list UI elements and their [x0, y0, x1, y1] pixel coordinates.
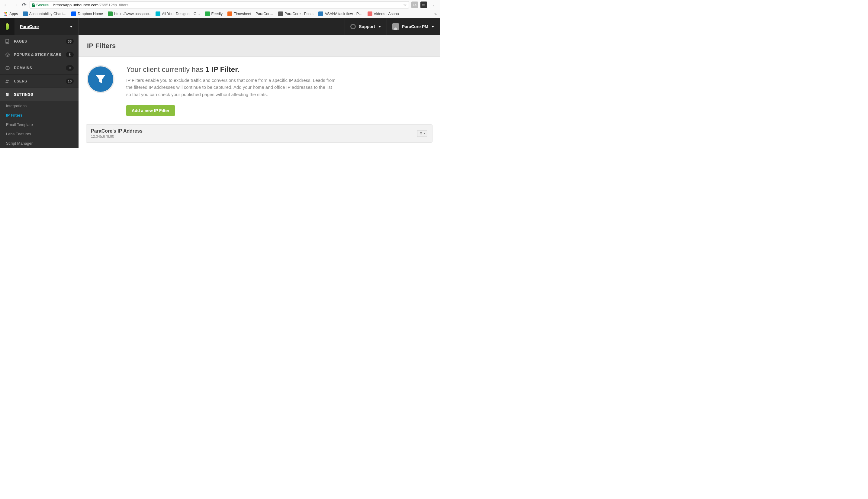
bookmark-favicon [228, 11, 232, 16]
svg-point-14 [7, 80, 8, 81]
bookmark-item[interactable]: Timesheet – ParaCor… [228, 11, 273, 16]
page-title: IP Filters [87, 42, 431, 50]
bookmark-item[interactable]: ASANA task flow - P… [318, 11, 363, 16]
ip-filter-name: ParaCore's IP Address [91, 129, 143, 134]
sidebar-item-label: POPUPS & STICKY BARS [14, 52, 61, 57]
star-icon[interactable]: ☆ [403, 3, 407, 7]
sidebar-sub-email-template[interactable]: Email Template [0, 120, 78, 129]
ip-filter-row: ParaCore's IP Address 12.345.678.90 ⚙ [86, 124, 432, 143]
bookmarks-overflow[interactable]: » [434, 11, 437, 16]
app-topbar: ParaCore Support ParaCore PM [0, 18, 440, 35]
bookmark-item[interactable]: Apps [3, 11, 18, 16]
bookmark-item[interactable]: Videos · Asana [368, 11, 399, 16]
sidebar-item-count: 5 [66, 52, 74, 57]
bookmark-favicon [71, 11, 76, 16]
address-bar[interactable]: Secure | https://app.unbounce.com/769512… [29, 1, 409, 9]
support-label: Support [359, 24, 375, 29]
bookmark-favicon [108, 11, 113, 16]
bookmark-item[interactable]: Feedly [205, 11, 223, 16]
bookmark-favicon [278, 11, 283, 16]
sidebar-item-label: PAGES [14, 39, 27, 44]
pages-icon [5, 39, 10, 44]
svg-point-17 [7, 95, 8, 96]
sidebar-item-label: USERS [14, 79, 27, 83]
bookmark-favicon [205, 11, 210, 16]
add-ip-filter-button[interactable]: Add a new IP Filter [126, 105, 175, 116]
bookmark-label: All Your Designs – C… [162, 12, 200, 16]
bookmark-label: Videos · Asana [374, 12, 399, 16]
sidebar-sub-ip-filters[interactable]: IP Filters [0, 111, 78, 120]
bookmark-label: ASANA task flow - P… [325, 12, 363, 16]
avatar-icon [392, 23, 399, 30]
bookmark-item[interactable]: Dropbox Home [71, 11, 103, 16]
bookmarks-bar: AppsAccountability Chart…Dropbox Homehtt… [0, 10, 440, 18]
bookmark-favicon [23, 11, 28, 16]
svg-point-18 [9, 93, 9, 94]
users-icon [5, 78, 10, 84]
support-menu[interactable]: Support [345, 18, 387, 35]
svg-rect-8 [7, 15, 7, 16]
gear-icon: ⚙ [419, 131, 423, 135]
sidebar-item-label: DOMAINS [14, 66, 32, 70]
chevron-down-icon [378, 26, 381, 27]
sidebar-sub-script-manager[interactable]: Script Manager [0, 139, 78, 148]
back-button[interactable]: ← [2, 1, 10, 9]
sidebar-item-count: 9 [66, 65, 74, 71]
reload-button[interactable]: ⟳ [21, 1, 28, 9]
bookmark-label: https://www.passpac.. [114, 12, 151, 16]
svg-rect-4 [5, 14, 6, 14]
bookmark-favicon [156, 11, 160, 16]
extension-icon[interactable]: 1b [411, 1, 418, 8]
svg-point-11 [6, 53, 9, 57]
browser-toolbar: ← → ⟳ Secure | https://app.unbounce.com/… [0, 0, 440, 10]
filter-hero-icon [87, 65, 114, 93]
sliders-icon [5, 92, 10, 97]
chevron-down-icon [70, 26, 73, 27]
bookmark-item[interactable]: Accountability Chart… [23, 11, 67, 16]
bookmark-label: Feedly [211, 12, 223, 16]
svg-rect-7 [5, 15, 6, 16]
svg-rect-9 [6, 39, 9, 44]
browser-menu-icon[interactable]: ⋮ [429, 1, 437, 8]
sidebar-sub-labs-features[interactable]: Labs Features [0, 129, 78, 139]
svg-point-12 [7, 54, 9, 55]
svg-rect-2 [7, 12, 7, 13]
bookmark-item[interactable]: ParaCore - Posts [278, 11, 314, 16]
app-logo[interactable] [0, 18, 14, 35]
user-name: ParaCore PM [402, 24, 428, 29]
svg-rect-3 [4, 14, 4, 14]
target-icon [5, 52, 10, 57]
sidebar-item-count: 33 [66, 39, 74, 44]
forward-button[interactable]: → [11, 1, 19, 9]
bookmark-label: Apps [9, 12, 18, 16]
url-path: /769512/ip_filters [98, 3, 129, 7]
bookmark-label: Accountability Chart… [29, 12, 67, 16]
user-menu[interactable]: ParaCore PM [387, 18, 440, 35]
intro-description: IP Filters enable you to exclude traffic… [126, 77, 338, 98]
sidebar-item-popups[interactable]: POPUPS & STICKY BARS 5 [0, 48, 78, 61]
intro-heading: Your client currently has 1 IP Filter. [126, 65, 338, 74]
bookmark-label: Dropbox Home [78, 12, 103, 16]
bookmark-item[interactable]: All Your Designs – C… [156, 11, 200, 16]
bookmark-favicon [3, 11, 8, 16]
chevron-down-icon [431, 26, 434, 27]
sidebar-item-users[interactable]: USERS 10 [0, 75, 78, 88]
sidebar-sub-integrations[interactable]: Integrations [0, 101, 78, 111]
intro-heading-bold: 1 IP Filter. [205, 65, 240, 73]
sidebar-item-pages[interactable]: PAGES 33 [0, 35, 78, 48]
bookmark-label: ParaCore - Posts [284, 12, 314, 16]
svg-rect-10 [7, 42, 8, 43]
sidebar-item-label: SETTINGS [14, 93, 33, 97]
main-content: IP Filters Your client currently has 1 I… [78, 35, 440, 148]
sidebar-item-domains[interactable]: DOMAINS 9 [0, 61, 78, 75]
sidebar-item-count: 10 [66, 78, 74, 84]
support-icon [350, 24, 356, 29]
secure-indicator: Secure [32, 3, 49, 7]
svg-rect-0 [4, 12, 4, 13]
ip-filter-actions-dropdown[interactable]: ⚙ [417, 130, 427, 137]
page-header: IP Filters [78, 35, 440, 57]
sidebar-item-settings[interactable]: SETTINGS [0, 88, 78, 101]
bookmark-item[interactable]: https://www.passpac.. [108, 11, 151, 16]
extension-icon[interactable]: ••• [420, 1, 427, 8]
client-dropdown[interactable]: ParaCore [14, 18, 78, 35]
